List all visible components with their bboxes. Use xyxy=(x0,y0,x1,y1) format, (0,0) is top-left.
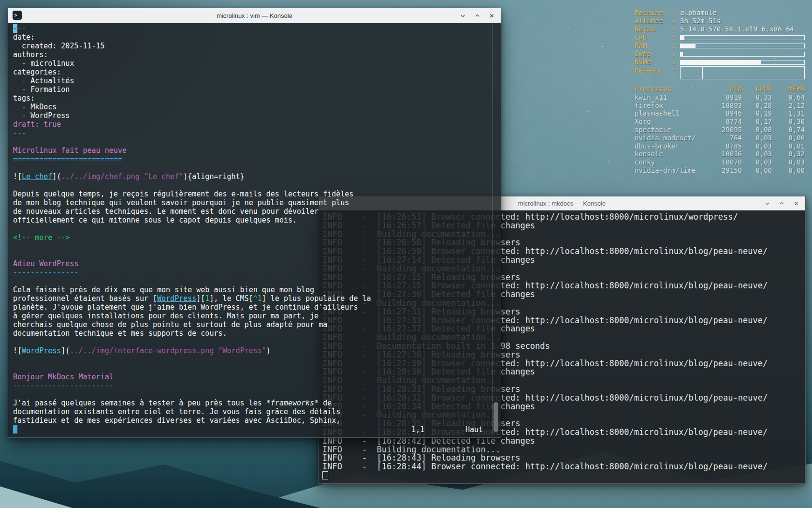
vim-text-segment: ../../img/interface-wordpress.png "WordP… xyxy=(70,346,266,355)
process-name: firefox xyxy=(635,102,710,110)
vim-text-segment: authors: xyxy=(13,50,48,59)
vim-text-segment: - xyxy=(22,76,30,85)
vim-text-segment: ]( xyxy=(61,346,70,355)
vim-text-segment xyxy=(13,103,22,111)
process-row: nvidia-modeset/7640,030,00 xyxy=(635,134,805,142)
vim-line: professionnel étaient basés sur [WordPre… xyxy=(13,294,501,303)
vim-line: Microlinux fait peau neuve xyxy=(13,146,501,155)
conky-colon: : xyxy=(671,42,680,50)
vim-line: documentation existants entre ciel et te… xyxy=(13,407,501,416)
close-button[interactable] xyxy=(793,200,799,207)
conky-colon: : xyxy=(671,50,680,58)
vim-text-segment: Cela faisait près de dix ans que mon sit… xyxy=(13,285,314,294)
process-value: 10016 xyxy=(710,150,742,158)
vim-text-segment: professionnel étaient basés sur [ xyxy=(13,294,157,303)
conky-colon: : xyxy=(671,58,680,66)
conky-bar xyxy=(680,35,805,40)
conky-bar-fill xyxy=(681,60,761,64)
conky-bar-fill xyxy=(681,36,684,40)
process-name: kwin_x11 xyxy=(635,93,710,102)
conky-value: alphamule xyxy=(680,9,717,17)
process-name: nvidia-drm/time xyxy=(635,166,710,175)
vim-text-segment: officiellement ce qui mitonne sous le ca… xyxy=(13,216,297,224)
vim-line: ========================= xyxy=(13,155,501,164)
vim-scrollbar-thumb[interactable] xyxy=(493,402,498,432)
vim-line: - MkDocs xyxy=(13,103,501,111)
process-value: 0,01 xyxy=(772,142,805,150)
process-value: 0,03 xyxy=(742,134,772,142)
vim-text-segment: ^1 xyxy=(253,294,262,303)
vim-text-segment: à gérer quelques installations pour des … xyxy=(13,312,319,320)
vim-text-segment: Actualités xyxy=(30,76,74,85)
vim-text-segment: ../../img/chef.png "Le chef" xyxy=(61,172,183,181)
vim-line: tags: xyxy=(13,94,501,103)
vim-editor-buffer[interactable]: ---date: created: 2025-11-15authors: - m… xyxy=(8,23,501,437)
vim-text-segment: ][ xyxy=(196,294,205,303)
conky-info-row: NVMe: xyxy=(635,58,805,66)
vim-text-segment: draft: true xyxy=(13,120,61,129)
close-button[interactable] xyxy=(488,12,495,19)
vim-text-segment: tags: xyxy=(13,94,35,103)
conky-bar xyxy=(680,44,805,48)
vim-line: created: 2025-11-15 xyxy=(13,42,501,50)
vim-line: officiellement ce qui mitonne sous le ca… xyxy=(13,216,501,224)
vim-line xyxy=(13,242,501,251)
vim-text-segment: Le chef xyxy=(22,172,52,181)
vim-text-segment xyxy=(13,111,22,120)
process-row: kwin_x1189190,330,64 xyxy=(635,93,805,102)
vim-line xyxy=(13,364,501,373)
minimize-button[interactable] xyxy=(764,200,770,207)
conky-info-block: Machine:alphamuleAllumée:3h 52m 51sNoyau… xyxy=(635,9,805,80)
wallpaper-mountain-corner xyxy=(0,478,72,508)
vim-line: cherchais quelque chose de plus pointu e… xyxy=(13,320,501,329)
vim-text-segment: Bonjour MkDocs Material xyxy=(13,373,114,381)
process-value: 2,12 xyxy=(772,102,805,110)
process-name: spectacle xyxy=(635,126,710,134)
conky-value: 5.14.0-570.58.1.el9_6.x86_64 xyxy=(680,25,794,33)
vim-text-segment xyxy=(13,59,22,68)
process-row: Xorg87740,170,30 xyxy=(635,118,805,126)
vim-text-segment: --------------- xyxy=(13,268,78,277)
conky-value: 3h 52m 51s xyxy=(680,17,721,25)
vim-text-segment: de xyxy=(319,399,332,407)
process-row: spectacle290950,080,74 xyxy=(635,126,805,134)
maximize-button[interactable] xyxy=(474,12,480,19)
process-value: 29150 xyxy=(710,166,742,175)
process-value: 0,08 xyxy=(742,126,772,134)
vim-window-titlebar[interactable]: >_ microlinux : vim — Konsole xyxy=(8,8,501,23)
process-row: firefox188930,282,12 xyxy=(635,102,805,110)
vim-line xyxy=(13,224,501,233)
conky-label: CPU xyxy=(635,33,671,42)
vim-text-segment: de nouveaux articles techniques. Le mome… xyxy=(13,207,319,216)
process-value: 8785 xyxy=(710,142,742,150)
vim-text-segment: - xyxy=(22,103,30,111)
process-column-header: MEM% xyxy=(772,85,805,93)
vim-line: ----------------------- xyxy=(13,381,501,390)
process-value: 0,03 xyxy=(742,150,772,158)
process-name: Xorg xyxy=(635,118,710,126)
vim-text-segment: ![ xyxy=(13,346,22,355)
vim-scrollbar[interactable] xyxy=(493,24,499,433)
vim-text-segment: ], le CMS[ xyxy=(209,294,253,303)
mkdocs-window-controls xyxy=(764,196,799,210)
conky-bar xyxy=(680,52,805,57)
process-value: 0,74 xyxy=(772,126,805,134)
maximize-button[interactable] xyxy=(778,200,785,207)
vim-text-segment: cherchais quelque chose de plus pointu e… xyxy=(13,320,327,329)
minimize-button[interactable] xyxy=(459,12,466,19)
vim-line: de mon blog technique qui veulent savoir… xyxy=(13,198,501,207)
vim-line xyxy=(13,355,501,364)
process-value: 0,30 xyxy=(772,118,805,126)
process-value: 0,64 xyxy=(772,93,805,102)
conky-colon: : xyxy=(671,25,680,33)
conky-system-monitor: Machine:alphamuleAllumée:3h 52m 51sNoyau… xyxy=(635,9,805,175)
process-value: 0,03 xyxy=(742,142,772,150)
vim-line: - Formation xyxy=(13,85,501,94)
vim-ruler: 1,1 xyxy=(411,425,424,434)
vim-status-line: 1,1 Haut xyxy=(8,425,501,434)
process-column-header: Processus xyxy=(635,85,710,93)
conky-label: NVMe xyxy=(635,58,671,66)
vim-line: ![Le chef](../../img/chef.png "Le chef")… xyxy=(13,172,501,181)
vim-text-segment: Microlinux fait peau neuve xyxy=(13,146,127,155)
vim-text-segment xyxy=(13,76,22,85)
